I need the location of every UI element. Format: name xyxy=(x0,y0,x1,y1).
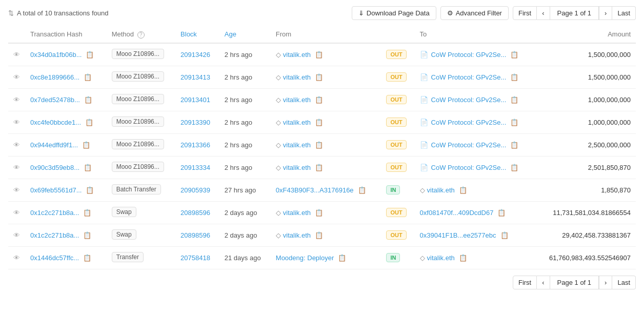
to-link[interactable]: CoW Protocol: GPv2Se... xyxy=(431,73,507,81)
tx-hash-link[interactable]: 0x1446dc57ffc... xyxy=(30,254,79,262)
copy-hash-icon[interactable]: 📋 xyxy=(84,96,92,104)
from-link[interactable]: vitalik.eth xyxy=(283,209,311,217)
copy-hash-icon[interactable]: 📋 xyxy=(82,141,90,149)
to-link[interactable]: CoW Protocol: GPv2Se... xyxy=(431,51,507,59)
eye-icon[interactable]: 👁 xyxy=(13,231,20,239)
copy-to-icon[interactable]: 📋 xyxy=(497,209,506,217)
eye-icon[interactable]: 👁 xyxy=(13,164,20,171)
eye-icon[interactable]: 👁 xyxy=(13,209,20,217)
to-link[interactable]: CoW Protocol: GPv2Se... xyxy=(431,164,507,171)
from-link[interactable]: vitalik.eth xyxy=(283,119,311,126)
copy-to-icon[interactable]: 📋 xyxy=(459,254,467,262)
copy-to-icon[interactable]: 📋 xyxy=(510,119,518,126)
copy-to-icon[interactable]: 📋 xyxy=(500,231,509,239)
copy-from-icon[interactable]: 📋 xyxy=(315,231,323,239)
block-link[interactable]: 20913426 xyxy=(180,51,210,59)
from-link[interactable]: vitalik.eth xyxy=(283,96,311,104)
copy-hash-icon[interactable]: 📋 xyxy=(86,186,94,194)
copy-from-icon[interactable]: 📋 xyxy=(315,51,323,59)
block-link[interactable]: 20898596 xyxy=(180,209,210,217)
copy-from-icon[interactable]: 📋 xyxy=(338,254,346,262)
last-btn-bottom[interactable]: Last xyxy=(612,276,636,289)
eye-icon[interactable]: 👁 xyxy=(13,51,20,59)
tx-hash-link[interactable]: 0x69feb5561d7... xyxy=(30,186,82,194)
block-link[interactable]: 20913366 xyxy=(180,141,210,149)
tx-hash-link[interactable]: 0x1c2c271b8a... xyxy=(30,231,79,239)
prev-btn-bottom[interactable]: ‹ xyxy=(537,276,550,289)
copy-hash-icon[interactable]: 📋 xyxy=(84,164,92,171)
copy-to-icon[interactable]: 📋 xyxy=(510,141,518,149)
table-row: 👁 0x90c3d59eb8... 📋 Mooo Z10896... 20913… xyxy=(8,156,636,179)
from-link[interactable]: 0xF43B90F3...A3176916e xyxy=(276,186,354,194)
tx-hash-link[interactable]: 0x1c2c271b8a... xyxy=(30,209,79,217)
copy-from-icon[interactable]: 📋 xyxy=(315,209,323,217)
copy-to-icon[interactable]: 📋 xyxy=(510,51,518,59)
eye-cell: 👁 xyxy=(8,88,25,111)
eth-icon: ◇ xyxy=(276,164,281,171)
to-link[interactable]: CoW Protocol: GPv2Se... xyxy=(431,96,507,104)
next-btn-bottom[interactable]: › xyxy=(599,276,612,289)
copy-hash-icon[interactable]: 📋 xyxy=(83,209,91,217)
copy-hash-icon[interactable]: 📋 xyxy=(85,119,93,126)
advanced-filter-btn[interactable]: ⚙ Advanced Filter xyxy=(440,6,509,20)
from-cell: ◇ vitalik.eth 📋 xyxy=(271,111,381,133)
age-cell: 2 hrs ago xyxy=(219,43,271,66)
from-link[interactable]: vitalik.eth xyxy=(283,73,311,81)
copy-from-icon[interactable]: 📋 xyxy=(315,164,323,171)
eye-icon[interactable]: 👁 xyxy=(13,73,20,81)
tx-hash-link[interactable]: 0x944edffd9f1... xyxy=(30,141,78,149)
eye-icon[interactable]: 👁 xyxy=(13,186,20,194)
method-help-icon[interactable]: ? xyxy=(137,31,145,38)
block-link[interactable]: 20913413 xyxy=(180,73,210,81)
first-btn-top[interactable]: First xyxy=(513,6,537,20)
eye-icon[interactable]: 👁 xyxy=(13,254,20,262)
from-link[interactable]: Moodeng: Deployer xyxy=(276,254,334,262)
block-link[interactable]: 20913334 xyxy=(180,164,210,171)
block-link[interactable]: 20898596 xyxy=(180,231,210,239)
to-link[interactable]: vitalik.eth xyxy=(427,186,455,194)
first-btn-bottom[interactable]: First xyxy=(513,276,537,289)
from-link[interactable]: vitalik.eth xyxy=(283,51,311,59)
from-link[interactable]: vitalik.eth xyxy=(283,141,311,149)
to-link[interactable]: vitalik.eth xyxy=(427,254,455,262)
tx-hash-link[interactable]: 0x7ded52478b... xyxy=(30,96,80,104)
copy-to-icon[interactable]: 📋 xyxy=(510,73,518,81)
copy-from-icon[interactable]: 📋 xyxy=(315,96,323,104)
eye-icon[interactable]: 👁 xyxy=(13,119,20,126)
tx-hash-link[interactable]: 0xc4fe0bbcde1... xyxy=(30,119,81,126)
block-link[interactable]: 20913401 xyxy=(180,96,210,104)
to-cell: 📄 CoW Protocol: GPv2Se... 📋 xyxy=(415,43,535,66)
copy-from-icon[interactable]: 📋 xyxy=(315,141,323,149)
copy-hash-icon[interactable]: 📋 xyxy=(83,254,91,262)
from-link[interactable]: vitalik.eth xyxy=(283,231,311,239)
to-link[interactable]: 0x39041F1B...ee2577ebc xyxy=(420,231,496,239)
copy-from-icon[interactable]: 📋 xyxy=(315,73,323,81)
prev-btn-top[interactable]: ‹ xyxy=(537,6,550,20)
copy-hash-icon[interactable]: 📋 xyxy=(83,231,91,239)
copy-from-icon[interactable]: 📋 xyxy=(315,119,323,126)
block-link[interactable]: 20758418 xyxy=(180,254,210,262)
tx-hash-link[interactable]: 0x34d0a1fb06b... xyxy=(30,51,82,59)
copy-to-icon[interactable]: 📋 xyxy=(459,186,467,194)
eye-icon[interactable]: 👁 xyxy=(13,141,20,149)
eye-icon[interactable]: 👁 xyxy=(13,96,20,104)
download-btn[interactable]: ⇓ Download Page Data xyxy=(352,6,436,20)
copy-to-icon[interactable]: 📋 xyxy=(510,96,518,104)
next-btn-top[interactable]: › xyxy=(599,6,612,20)
tx-hash-link[interactable]: 0xc8e1899666... xyxy=(30,73,79,81)
from-link[interactable]: vitalik.eth xyxy=(283,164,311,171)
copy-hash-icon[interactable]: 📋 xyxy=(86,51,94,59)
block-link[interactable]: 20905939 xyxy=(180,186,210,194)
to-link[interactable]: 0xf081470f...409DcdD67 xyxy=(420,209,494,217)
to-cell: 0x39041F1B...ee2577ebc 📋 xyxy=(415,224,535,246)
to-link[interactable]: CoW Protocol: GPv2Se... xyxy=(431,141,507,149)
copy-from-icon[interactable]: 📋 xyxy=(358,186,366,194)
block-link[interactable]: 20913390 xyxy=(180,119,210,126)
tx-hash-link[interactable]: 0x90c3d59eb8... xyxy=(30,164,79,171)
to-addr: ◇ vitalik.eth 📋 xyxy=(420,254,530,262)
last-btn-top[interactable]: Last xyxy=(612,6,636,20)
copy-to-icon[interactable]: 📋 xyxy=(510,164,518,171)
amount-value: 1,850,870 xyxy=(601,186,631,194)
copy-hash-icon[interactable]: 📋 xyxy=(84,73,92,81)
to-link[interactable]: CoW Protocol: GPv2Se... xyxy=(431,119,507,126)
